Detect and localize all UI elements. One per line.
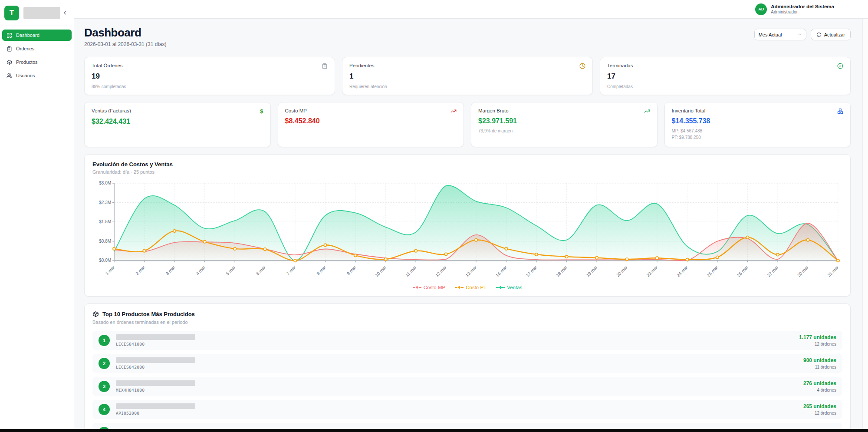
evolution-chart-card: Evolución de Costos y Ventas Granularida… [84, 154, 851, 297]
svg-text:7 mar: 7 mar [286, 264, 297, 276]
legend-marker-icon [413, 285, 421, 290]
card-value: 17 [607, 72, 843, 81]
topbar: AD Administrador del Sistema Administrad… [74, 0, 868, 19]
product-name-redacted [116, 403, 195, 409]
svg-text:17 mar: 17 mar [525, 264, 538, 277]
chevron-left-icon [62, 10, 68, 16]
svg-text:9 mar: 9 mar [346, 264, 357, 276]
svg-text:5 mar: 5 mar [225, 264, 237, 276]
svg-text:$0.0M: $0.0M [99, 258, 111, 263]
svg-text:3 mar: 3 mar [165, 264, 176, 276]
sidebar-item-label: Usuarios [16, 73, 35, 78]
product-info: MIX4H041000 [116, 380, 803, 392]
sidebar-item-ordenes[interactable]: Órdenes [2, 43, 72, 54]
period-select-value: Mes Actual [759, 32, 782, 37]
product-orders: 4 órdenes [803, 388, 836, 393]
svg-text:30 mar: 30 mar [796, 264, 809, 277]
svg-text:23 mar: 23 mar [646, 264, 659, 277]
svg-text:8 mar: 8 mar [316, 264, 327, 276]
product-name-redacted [116, 334, 195, 340]
card-label: Margen Bruto [478, 108, 509, 113]
card-label: Costo MP [285, 108, 307, 113]
sidebar-item-label: Productos [16, 59, 38, 65]
chart-legend: Costo MPCosto PTVentas [92, 285, 842, 292]
inventario-mp: MP: $4.567.488 [672, 128, 844, 134]
sidebar-item-dashboard[interactable]: Dashboard [2, 30, 72, 41]
legend-item-ventas[interactable]: Ventas [496, 285, 522, 290]
rank-badge: 3 [99, 381, 110, 392]
evolution-chart: $0.0M$0.8M$1.5M$2.3M$3.0M1 mar2 mar3 mar… [92, 178, 842, 284]
top-products-card: Top 10 Productos Más Producidos Basado e… [84, 303, 851, 432]
scrollbar[interactable] [862, 19, 868, 432]
product-name-redacted [116, 357, 195, 363]
svg-text:$2.3M: $2.3M [99, 200, 111, 205]
card-pendientes: Pendientes 1 Requieren atención [342, 57, 593, 95]
product-row-3: 3MIX4H041000276 unidades4 órdenes [92, 377, 842, 396]
refresh-button[interactable]: Actualizar [811, 29, 851, 40]
top-products-title: Top 10 Productos Más Producidos [102, 311, 195, 317]
svg-text:12 mar: 12 mar [434, 264, 447, 277]
svg-text:4 mar: 4 mar [195, 264, 206, 276]
svg-text:$0.8M: $0.8M [99, 239, 111, 244]
svg-text:18 mar: 18 mar [555, 264, 568, 277]
rank-badge: 4 [99, 404, 110, 415]
product-info: LECES042000 [116, 357, 803, 369]
product-name-redacted [116, 380, 195, 386]
page-title: Dashboard [84, 26, 166, 40]
legend-item-costo-pt[interactable]: Costo PT [455, 285, 487, 290]
card-sub: MP: $4.567.488 PT: $9.788.250 [672, 128, 844, 141]
card-value: $8.452.840 [285, 117, 457, 125]
card-sub: 89% completadas [92, 83, 328, 90]
sidebar-item-label: Dashboard [16, 33, 39, 38]
grid-icon [7, 33, 12, 38]
product-code: LECES041000 [116, 342, 799, 346]
card-value: $14.355.738 [672, 117, 844, 125]
brand-name-redacted [23, 7, 60, 19]
rank-badge: 2 [99, 358, 110, 369]
chevron-down-icon [797, 32, 802, 37]
svg-text:26 mar: 26 mar [736, 264, 749, 277]
package-icon [7, 59, 12, 65]
product-info: API052000 [116, 403, 803, 416]
boxes-icon [837, 108, 843, 114]
card-ventas: Ventas (Facturas) $ $32.424.431 [84, 102, 271, 147]
svg-text:19 mar: 19 mar [585, 264, 598, 277]
date-range: 2026-03-01 al 2026-03-31 (31 días) [84, 41, 166, 47]
product-orders: 12 órdenes [799, 342, 836, 347]
card-value: $23.971.591 [478, 117, 650, 125]
clipboard-icon [7, 46, 12, 52]
check-circle-icon [837, 63, 843, 69]
trending-up-icon [450, 108, 457, 114]
svg-text:20 mar: 20 mar [615, 264, 628, 277]
header-controls: Mes Actual Actualizar [754, 29, 851, 40]
user-name: Administrador del Sistema [771, 3, 834, 10]
svg-text:31 mar: 31 mar [827, 264, 840, 277]
sidebar-collapse-button[interactable] [60, 8, 69, 18]
period-select[interactable]: Mes Actual [754, 29, 806, 40]
top-products-subtitle: Basado en órdenes terminadas en el perio… [92, 320, 842, 325]
rank-badge: 1 [99, 335, 110, 346]
page-header: Dashboard 2026-03-01 al 2026-03-31 (31 d… [84, 26, 851, 47]
package-icon [92, 311, 99, 317]
product-stats: 276 unidades4 órdenes [803, 380, 836, 393]
user-avatar[interactable]: AD [755, 3, 767, 15]
evolution-chart-svg: $0.0M$0.8M$1.5M$2.3M$3.0M1 mar2 mar3 mar… [92, 178, 842, 282]
user-role: Administrador [771, 10, 834, 15]
svg-text:24 mar: 24 mar [676, 264, 689, 277]
sidebar-item-usuarios[interactable]: Usuarios [2, 70, 72, 81]
refresh-label: Actualizar [824, 32, 845, 37]
card-costo-mp: Costo MP $8.452.840 [278, 102, 464, 147]
legend-item-costo-mp[interactable]: Costo MP [413, 285, 446, 290]
product-code: MIX4H041000 [116, 388, 803, 392]
card-label: Total Órdenes [92, 63, 123, 68]
product-orders: 12 órdenes [803, 411, 836, 416]
svg-text:6 mar: 6 mar [255, 264, 266, 276]
sidebar-item-productos[interactable]: Productos [2, 56, 72, 68]
svg-text:27 mar: 27 mar [766, 264, 779, 277]
sidebar: T DashboardÓrdenesProductosUsuarios [0, 0, 74, 432]
card-terminadas: Terminadas 17 Completadas [600, 57, 851, 95]
card-margen-bruto: Margen Bruto $23.971.591 73,9% de margen [471, 102, 658, 147]
card-sub: Requieren atención [349, 83, 585, 90]
svg-text:1 mar: 1 mar [105, 264, 116, 276]
legend-label: Costo MP [424, 285, 446, 290]
